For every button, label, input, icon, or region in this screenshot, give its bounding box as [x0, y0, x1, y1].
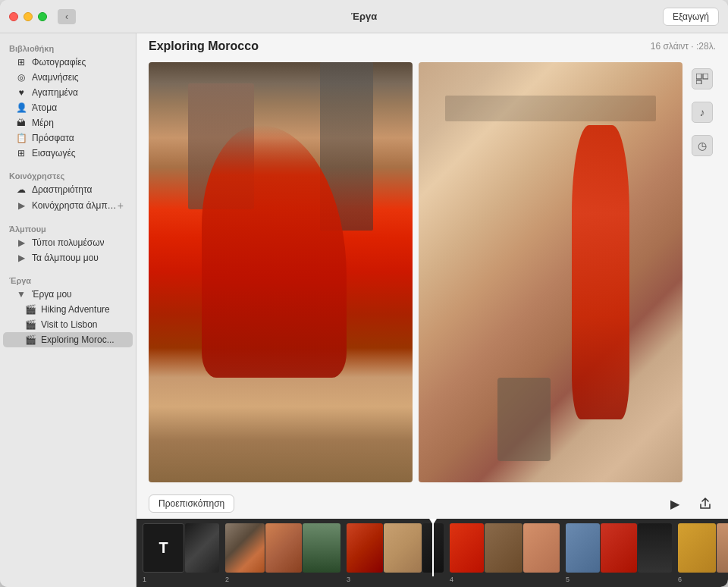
- sidebar-item-memories[interactable]: ◎ Αναμνήσεις: [3, 70, 133, 85]
- slide-thumb-6-2[interactable]: [717, 523, 728, 573]
- sidebar-item-places[interactable]: 🏔 Μέρη: [3, 115, 133, 130]
- back-button[interactable]: ‹: [58, 9, 76, 24]
- hiking-project-icon: 🎬: [24, 304, 36, 315]
- slide-thumb-2-2[interactable]: [265, 523, 302, 573]
- slide-group-3: 3: [347, 523, 444, 583]
- imports-icon: ⊞: [15, 148, 27, 159]
- sidebar-item-imports[interactable]: ⊞ Εισαγωγές: [3, 146, 133, 161]
- bottom-controls: Προεπισκόπηση ▶: [136, 488, 728, 519]
- morocco-project-icon: 🎬: [24, 334, 36, 345]
- media-types-chevron: ▶: [15, 237, 27, 248]
- duration-icon: ◷: [698, 140, 707, 152]
- slide-group-1: T 1: [143, 523, 219, 583]
- shared-albums-chevron: ▶: [15, 200, 27, 211]
- group-number-1: 1: [143, 576, 146, 583]
- slide-thumb-4-1[interactable]: [450, 523, 484, 573]
- main-content: Βιβλιοθήκη ⊞ Φωτογραφίες ◎ Αναμνήσεις ♥ …: [0, 33, 728, 587]
- library-section-header: Βιβλιοθήκη: [0, 39, 136, 55]
- music-button[interactable]: ♪: [692, 102, 713, 123]
- close-button[interactable]: [9, 12, 18, 21]
- slide-group-4: 4: [450, 523, 560, 583]
- right-sidebar-icons: ♪ ◷: [689, 62, 716, 482]
- preview-button[interactable]: Προεπισκόπηση: [149, 494, 234, 513]
- photos-icon: ⊞: [15, 57, 27, 67]
- photo-area: ♪ ◷: [136, 56, 728, 488]
- slide-thumb-5-3[interactable]: [638, 523, 672, 573]
- slide-thumb-2-1[interactable]: [225, 523, 265, 573]
- sidebar-item-activity[interactable]: ☁ Δραστηριότητα: [3, 182, 133, 197]
- photo-right[interactable]: [419, 62, 682, 482]
- sidebar-item-people[interactable]: 👤 Άτομα: [3, 100, 133, 115]
- slide-group-6: 6: [678, 523, 728, 583]
- play-icon: ▶: [670, 497, 679, 511]
- traffic-lights: [9, 12, 47, 21]
- slide-group-5: 5: [566, 523, 672, 583]
- shared-section-header: Κοινόχρηστες: [0, 167, 136, 182]
- export-button[interactable]: Εξαγωγή: [663, 8, 719, 26]
- content-header: Exploring Morocco 16 σλάιντ · :28λ.: [136, 33, 728, 56]
- places-icon: 🏔: [15, 118, 27, 128]
- svg-rect-1: [703, 74, 708, 79]
- slide-thumb-2-3[interactable]: [303, 523, 340, 573]
- sidebar-item-my-projects[interactable]: ▼ Έργα μου: [3, 287, 133, 302]
- sidebar-item-my-albums[interactable]: ▶ Τα άλμπουμ μου: [3, 250, 133, 265]
- sidebar-item-media-types[interactable]: ▶ Τύποι πολυμέσων: [3, 235, 133, 250]
- my-albums-chevron: ▶: [15, 253, 27, 263]
- sidebar-item-hiking[interactable]: 🎬 Hiking Adventure: [3, 302, 133, 317]
- theme-button[interactable]: [692, 68, 713, 89]
- slide-thumb-1-1[interactable]: T: [143, 523, 184, 573]
- my-projects-chevron: ▼: [15, 289, 27, 300]
- albums-section-header: Άλμπουμ: [0, 220, 136, 235]
- duration-button[interactable]: ◷: [692, 135, 713, 156]
- group-number-6: 6: [678, 576, 682, 583]
- group-number-4: 4: [450, 576, 453, 583]
- slide-thumb-4-3[interactable]: [523, 523, 560, 573]
- share-button[interactable]: [695, 493, 716, 514]
- sidebar-item-shared-albums[interactable]: ▶ Κοινόχρηστα άλμπουμ +: [3, 197, 133, 214]
- share-icon: [698, 497, 712, 510]
- theme-icon: [696, 74, 708, 84]
- activity-icon: ☁: [15, 184, 27, 195]
- sidebar-item-favorites[interactable]: ♥ Αγαπημένα: [3, 85, 133, 100]
- window-title: Έργα: [351, 11, 377, 22]
- project-title: Exploring Morocco: [149, 39, 259, 53]
- music-icon: ♪: [700, 106, 705, 118]
- filmstrip[interactable]: T 1 2 3: [136, 519, 728, 587]
- svg-rect-0: [696, 74, 701, 79]
- minimize-button[interactable]: [24, 12, 33, 21]
- app-window: ‹ Έργα Εξαγωγή Βιβλιοθήκη ⊞ Φωτογραφίες …: [0, 0, 728, 587]
- maximize-button[interactable]: [38, 12, 47, 21]
- right-panel: Exploring Morocco 16 σλάιντ · :28λ.: [136, 33, 728, 587]
- slide-thumb-6-1[interactable]: [678, 523, 716, 573]
- group-number-5: 5: [566, 576, 570, 583]
- favorites-icon: ♥: [15, 87, 27, 98]
- shared-albums-add-icon[interactable]: +: [118, 199, 124, 212]
- sidebar-item-recent[interactable]: 📋 Πρόσφατα: [3, 130, 133, 146]
- svg-rect-2: [696, 80, 701, 84]
- slide-thumb-5-1[interactable]: [566, 523, 600, 573]
- slide-thumb-5-2[interactable]: [601, 523, 637, 573]
- people-icon: 👤: [15, 102, 27, 113]
- sidebar-item-photos[interactable]: ⊞ Φωτογραφίες: [3, 55, 133, 70]
- recent-icon: 📋: [15, 133, 27, 143]
- sidebar-item-lisbon[interactable]: 🎬 Visit to Lisbon: [3, 317, 133, 332]
- slide-thumb-4-2[interactable]: [485, 523, 522, 573]
- slide-thumb-1-2[interactable]: [185, 523, 219, 573]
- photo-main: [149, 62, 682, 482]
- play-button[interactable]: ▶: [664, 493, 686, 514]
- slide-thumb-3-1[interactable]: [347, 523, 383, 573]
- lisbon-project-icon: 🎬: [24, 319, 36, 330]
- projects-section-header: Έργα: [0, 272, 136, 287]
- slide-group-2: 2: [225, 523, 340, 583]
- slide-thumb-3-2[interactable]: [384, 523, 422, 573]
- playhead: [432, 522, 434, 576]
- sidebar: Βιβλιοθήκη ⊞ Φωτογραφίες ◎ Αναμνήσεις ♥ …: [0, 33, 136, 587]
- titlebar: ‹ Έργα Εξαγωγή: [0, 0, 728, 33]
- sidebar-item-morocco[interactable]: 🎬 Exploring Moroc...: [3, 332, 133, 347]
- group-number-3: 3: [347, 576, 350, 583]
- photo-left[interactable]: [149, 62, 413, 482]
- project-meta: 16 σλάιντ · :28λ.: [651, 41, 716, 52]
- group-number-2: 2: [225, 576, 229, 583]
- memories-icon: ◎: [15, 72, 27, 83]
